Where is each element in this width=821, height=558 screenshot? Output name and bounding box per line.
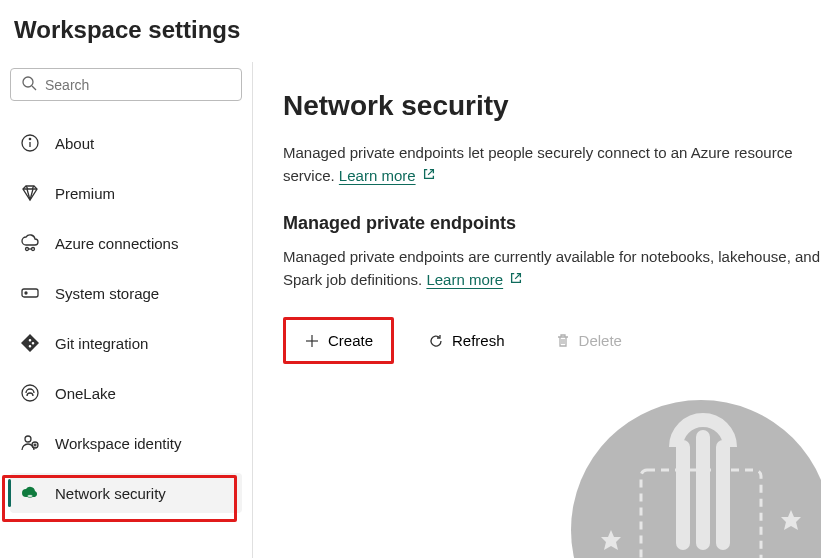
sidebar-item-onelake[interactable]: OneLake bbox=[10, 373, 242, 413]
main-heading: Network security bbox=[283, 90, 821, 122]
refresh-button[interactable]: Refresh bbox=[412, 322, 521, 359]
sidebar-item-about[interactable]: About bbox=[10, 123, 242, 163]
sidebar-item-label: Network security bbox=[55, 485, 166, 502]
empty-state-graphic bbox=[541, 380, 821, 558]
search-icon bbox=[21, 75, 37, 94]
svg-point-5 bbox=[26, 248, 29, 251]
sidebar: About Premium Azure connections System s… bbox=[0, 62, 253, 558]
sidebar-item-label: Azure connections bbox=[55, 235, 178, 252]
toolbar: Create Refresh Delete bbox=[283, 317, 821, 364]
search-box[interactable] bbox=[10, 68, 242, 101]
sidebar-item-premium[interactable]: Premium bbox=[10, 173, 242, 213]
section-title: Managed private endpoints bbox=[283, 213, 821, 234]
create-label: Create bbox=[328, 332, 373, 349]
svg-point-6 bbox=[32, 248, 35, 251]
sidebar-item-storage[interactable]: System storage bbox=[10, 273, 242, 313]
sidebar-item-git[interactable]: Git integration bbox=[10, 323, 242, 363]
svg-point-0 bbox=[23, 77, 33, 87]
sidebar-item-label: Workspace identity bbox=[55, 435, 181, 452]
diamond-icon bbox=[20, 183, 40, 203]
delete-button: Delete bbox=[539, 322, 638, 359]
trash-icon bbox=[555, 333, 571, 349]
sidebar-item-label: Premium bbox=[55, 185, 115, 202]
svg-rect-18 bbox=[676, 440, 690, 550]
create-button[interactable]: Create bbox=[283, 317, 394, 364]
cloud-lock-icon bbox=[20, 483, 40, 503]
svg-rect-19 bbox=[696, 430, 710, 550]
info-icon bbox=[20, 133, 40, 153]
external-link-icon bbox=[422, 165, 436, 188]
sidebar-item-identity[interactable]: Workspace identity bbox=[10, 423, 242, 463]
svg-line-1 bbox=[32, 86, 36, 90]
section-text: Managed private endpoints are currently … bbox=[283, 246, 821, 291]
sidebar-item-network-security[interactable]: Network security bbox=[10, 473, 242, 513]
storage-icon bbox=[20, 283, 40, 303]
sidebar-item-label: About bbox=[55, 135, 94, 152]
page-title: Workspace settings bbox=[0, 0, 821, 62]
cloud-link-icon bbox=[20, 233, 40, 253]
learn-more-link[interactable]: Learn more bbox=[339, 165, 436, 188]
learn-more-link-2[interactable]: Learn more bbox=[426, 269, 523, 292]
svg-point-11 bbox=[25, 436, 31, 442]
main-content: Network security Managed private endpoin… bbox=[253, 62, 821, 558]
sidebar-item-label: Git integration bbox=[55, 335, 148, 352]
intro-text: Managed private endpoints let people sec… bbox=[283, 142, 821, 187]
plus-icon bbox=[304, 333, 320, 349]
external-link-icon bbox=[509, 269, 523, 292]
svg-point-13 bbox=[27, 495, 33, 498]
svg-rect-20 bbox=[716, 440, 730, 550]
refresh-icon bbox=[428, 333, 444, 349]
sidebar-item-label: OneLake bbox=[55, 385, 116, 402]
sidebar-item-label: System storage bbox=[55, 285, 159, 302]
search-input[interactable] bbox=[45, 77, 231, 93]
onelake-icon bbox=[20, 383, 40, 403]
delete-label: Delete bbox=[579, 332, 622, 349]
identity-icon bbox=[20, 433, 40, 453]
git-icon bbox=[20, 333, 40, 353]
svg-point-4 bbox=[29, 138, 30, 139]
refresh-label: Refresh bbox=[452, 332, 505, 349]
sidebar-item-azure[interactable]: Azure connections bbox=[10, 223, 242, 263]
svg-point-9 bbox=[25, 292, 27, 294]
